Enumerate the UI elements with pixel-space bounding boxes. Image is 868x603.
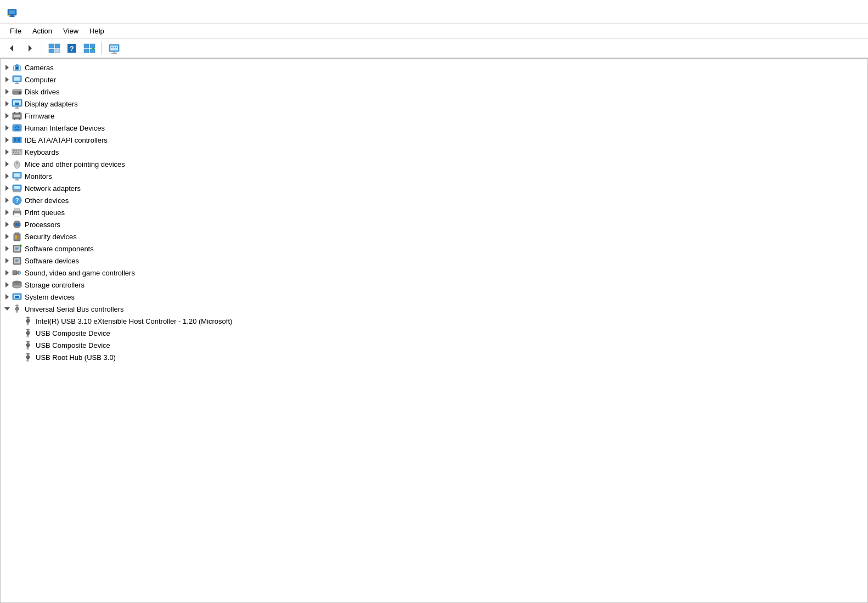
firmware-icon: [12, 110, 22, 121]
expand-button[interactable]: [3, 220, 12, 229]
svg-marker-101: [20, 244, 22, 246]
software-dev-icon: [12, 255, 22, 266]
svg-rect-20: [110, 46, 118, 50]
expand-button[interactable]: [3, 196, 12, 205]
svg-rect-78: [14, 208, 20, 211]
help-button[interactable]: ?: [64, 41, 80, 55]
expand-button[interactable]: [3, 305, 12, 313]
menu-action[interactable]: Action: [27, 25, 58, 37]
expand-button[interactable]: [3, 256, 12, 265]
expand-button[interactable]: [3, 123, 12, 132]
computer-icon: [12, 74, 22, 85]
usb-device-icon: [22, 328, 33, 339]
tree-item[interactable]: Cameras: [1, 61, 867, 74]
expand-button[interactable]: [3, 172, 12, 181]
expand-button[interactable]: [3, 232, 12, 241]
tree-item[interactable]: Keyboards: [1, 146, 867, 158]
expand-button[interactable]: [3, 111, 12, 120]
svg-text:?: ?: [15, 197, 19, 204]
tree-item[interactable]: IDE ATA/ATAPI controllers: [1, 134, 867, 146]
expand-button[interactable]: [3, 292, 12, 301]
tree-item[interactable]: Software components: [1, 243, 867, 255]
tree-child-item[interactable]: USB Composite Device: [1, 339, 867, 351]
expand-button[interactable]: [3, 63, 12, 72]
close-button[interactable]: [836, 4, 861, 21]
tree-item-label: Keyboards: [25, 148, 59, 156]
svg-rect-9: [55, 44, 60, 48]
tree-item[interactable]: Sound, video and game controllers: [1, 267, 867, 279]
tree-child-item[interactable]: Intel(R) USB 3.10 eXtensible Host Contro…: [1, 315, 867, 327]
tree-item[interactable]: System devices: [1, 291, 867, 303]
svg-point-25: [116, 47, 117, 48]
expand-arrow-icon: [5, 77, 9, 82]
expand-arrow-icon: [5, 246, 9, 251]
tree-item[interactable]: Display adapters: [1, 98, 867, 110]
expand-button[interactable]: [3, 136, 12, 144]
tree-item[interactable]: Software devices: [1, 255, 867, 267]
properties-button[interactable]: [47, 41, 62, 55]
tree-item[interactable]: Disk drives: [1, 86, 867, 98]
svg-rect-95: [15, 235, 17, 239]
tree-child-item[interactable]: USB Composite Device: [1, 327, 867, 339]
expand-button[interactable]: [3, 148, 12, 156]
tree-item[interactable]: Computer: [1, 74, 867, 86]
tree-item[interactable]: Storage controllers: [1, 279, 867, 291]
expand-button[interactable]: [3, 184, 12, 193]
maximize-button[interactable]: [811, 4, 836, 21]
menu-view[interactable]: View: [58, 25, 84, 37]
expand-arrow-icon: [5, 185, 9, 191]
expand-button[interactable]: [3, 160, 12, 168]
tree-item[interactable]: Processors: [1, 218, 867, 230]
tree-item[interactable]: Mice and other pointing devices: [1, 158, 867, 170]
print-icon: [12, 207, 22, 218]
keyboard-icon: [12, 146, 22, 157]
tree-item[interactable]: Human Interface Devices: [1, 122, 867, 134]
tree-item-label: Intel(R) USB 3.10 eXtensible Host Contro…: [36, 317, 232, 325]
tree-item[interactable]: ?Other devices: [1, 194, 867, 206]
forward-button[interactable]: [22, 41, 37, 55]
other-icon: ?: [12, 195, 22, 206]
scan-button[interactable]: [106, 41, 122, 55]
tree-item[interactable]: Monitors: [1, 170, 867, 182]
expand-button[interactable]: [3, 99, 12, 108]
device-tree[interactable]: CamerasComputerDisk drivesDisplay adapte…: [1, 59, 867, 602]
sound-icon: [12, 267, 22, 278]
back-icon: [7, 43, 18, 54]
svg-rect-8: [49, 44, 54, 48]
tree-item-label: Storage controllers: [25, 281, 84, 289]
expand-arrow-icon: [5, 282, 9, 288]
expand-arrow-icon: [5, 294, 9, 300]
tree-item[interactable]: Security devices: [1, 230, 867, 243]
svg-rect-61: [13, 152, 14, 153]
security-icon: [12, 231, 22, 242]
expand-button[interactable]: [3, 244, 12, 253]
tree-item[interactable]: Firmware: [1, 110, 867, 122]
expand-button[interactable]: [3, 208, 12, 217]
expand-arrow-icon: [5, 234, 9, 239]
expand-button[interactable]: [3, 75, 12, 84]
tree-item[interactable]: Print queues: [1, 206, 867, 218]
expand-button[interactable]: [3, 87, 12, 96]
system-icon: [12, 291, 22, 302]
tree-item-label: Disk drives: [25, 88, 60, 96]
window-controls: [786, 4, 861, 21]
menu-bar: File Action View Help: [0, 24, 868, 39]
update-button[interactable]: [82, 41, 97, 55]
expand-button[interactable]: [3, 268, 12, 277]
title-bar-left: [7, 7, 22, 18]
tree-child-item[interactable]: USB Root Hub (USB 3.0): [1, 351, 867, 363]
hid-icon: [12, 122, 22, 133]
back-button[interactable]: [4, 41, 20, 55]
update-icon: [83, 43, 95, 54]
svg-marker-7: [29, 45, 32, 52]
expand-button[interactable]: [3, 280, 12, 289]
menu-help[interactable]: Help: [84, 25, 110, 37]
network-icon: [12, 183, 22, 194]
tree-item[interactable]: Network adapters: [1, 182, 867, 194]
expand-arrow-icon: [5, 65, 9, 70]
tree-item[interactable]: Universal Serial Bus controllers: [1, 303, 867, 315]
minimize-button[interactable]: [786, 4, 811, 21]
svg-point-67: [16, 162, 18, 164]
menu-file[interactable]: File: [4, 25, 27, 37]
expand-arrow-icon: [5, 125, 9, 131]
